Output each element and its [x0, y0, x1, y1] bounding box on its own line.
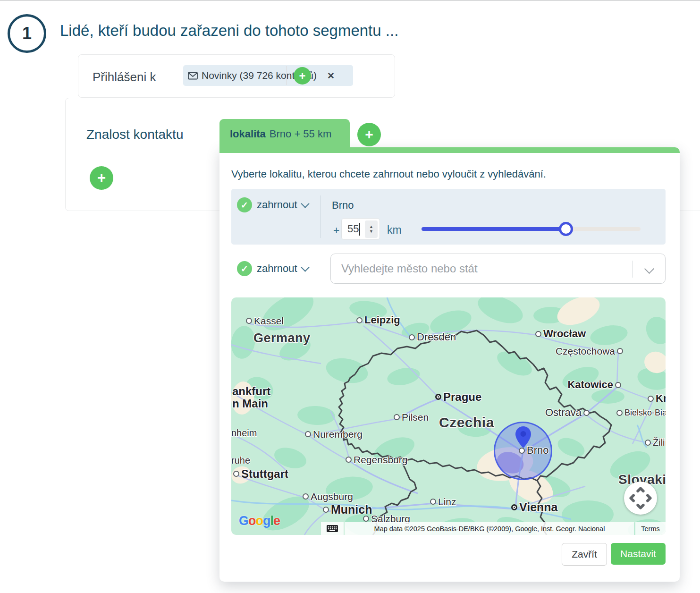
chevron-down-icon	[301, 199, 309, 208]
popup-instruction: Vyberte lokalitu, kterou chcete zahrnout…	[231, 168, 546, 180]
tag-add-divider	[286, 66, 287, 85]
check-circle-icon: ✓	[237, 261, 252, 276]
radius-prefix: +	[333, 224, 339, 237]
city-name: Wrocław	[543, 328, 586, 340]
map-label-bielsko-bia-a: Bielsko-Biała	[616, 408, 666, 418]
knowledge-label: Znalost kontaktu	[86, 127, 183, 142]
map-label-wroc-aw: Wrocław	[535, 328, 586, 340]
apply-button[interactable]: Nastavit	[611, 543, 666, 565]
remove-tag-icon[interactable]: ✕	[324, 69, 337, 82]
list-tag-novinky[interactable]: Novinky (39 726 kontaktů) ✕	[183, 65, 353, 86]
google-logo-letter: G	[239, 514, 248, 528]
radius-slider-thumb[interactable]	[559, 222, 573, 236]
city-name: Žilina	[653, 437, 666, 448]
text-caret	[359, 223, 360, 236]
map-label-ankfurt: ankfurt	[232, 385, 270, 398]
city-marker-icon	[616, 410, 623, 416]
map-label-vienna: Vienna	[511, 500, 558, 514]
city-name: Pilsen	[402, 412, 429, 423]
city-marker-icon	[583, 410, 590, 416]
city-name: ankfurt	[232, 385, 270, 398]
top-divider	[0, 0, 700, 1]
map-label-krak-w: Kraków	[648, 392, 666, 405]
map-label-pilsen: Pilsen	[394, 412, 429, 423]
city-marker-icon	[356, 317, 363, 323]
map-label-linz: Linz	[430, 496, 456, 508]
add-list-button[interactable]: +	[294, 67, 311, 85]
radius-input[interactable]: 55 ▲ ▼	[341, 218, 380, 240]
map-attribution-text: Map data ©2025 GeoBasis-DE/BKG (©2009), …	[345, 522, 634, 535]
include-mode-dropdown[interactable]: ✓ zahrnout	[237, 197, 308, 212]
stepper-up-icon[interactable]: ▲	[369, 224, 373, 229]
city-name: Prague	[443, 390, 481, 404]
map-label-stuttgart: Stuttgart	[233, 467, 288, 481]
add-condition-button[interactable]: +	[90, 166, 113, 190]
map-label-ostrava: Ostrava	[545, 407, 590, 419]
segment-builder-page: 1 Lidé, kteří budou zařazeni do tohoto s…	[0, 0, 700, 593]
city-marker-icon	[519, 448, 525, 454]
search-mode-dropdown[interactable]: ✓ zahrnout	[237, 261, 308, 276]
radius-stepper[interactable]: ▲ ▼	[365, 220, 378, 238]
search-mode-label: zahrnout	[257, 263, 297, 275]
map-label-brno: Brno	[519, 444, 548, 457]
google-logo-letter: e	[273, 514, 280, 528]
add-knowledge-tab-button[interactable]: +	[357, 123, 381, 146]
include-mode-label: zahrnout	[257, 199, 297, 211]
stepper-down-icon[interactable]: ▼	[369, 229, 373, 234]
city-marker-icon	[323, 507, 329, 513]
city-name: Augsburg	[311, 491, 353, 502]
city-marker-icon	[305, 431, 311, 437]
city-marker-icon	[645, 440, 651, 446]
selected-place-label: Brno	[332, 199, 354, 212]
map-label--ilina: Žilina	[645, 437, 666, 448]
city-name: n Main	[232, 397, 268, 410]
city-marker-icon	[233, 471, 239, 477]
check-circle-icon: ✓	[237, 197, 252, 212]
map-label-cz-stochowa: Częstochowa	[556, 346, 623, 357]
city-marker-icon	[346, 457, 352, 463]
map-terms-link[interactable]: Terms	[635, 522, 666, 535]
city-name: Częstochowa	[556, 346, 615, 357]
map-label-leipzig: Leipzig	[356, 314, 400, 326]
search-placeholder: Vyhledejte město nebo stát	[341, 262, 478, 275]
city-name: nheim	[231, 428, 257, 439]
tab-lokalita-type: lokalita	[230, 128, 266, 140]
location-popup: Vyberte lokalitu, kterou chcete zahrnout…	[219, 147, 680, 582]
include-box-divider	[320, 195, 321, 238]
city-name: Czechia	[439, 415, 494, 431]
city-marker-icon	[615, 382, 621, 388]
close-button[interactable]: Zavřít	[562, 543, 607, 566]
city-name: ruhe	[231, 455, 250, 466]
map-label-ruhe: ruhe	[231, 455, 250, 466]
location-search-input[interactable]: Vyhledejte město nebo stát	[330, 254, 666, 284]
map[interactable]: KasselGermanyLeipzigDresdenWrocławŁódźCz…	[231, 297, 666, 535]
map-label-regensburg: Regensburg	[346, 454, 407, 466]
city-name: Vienna	[519, 500, 558, 514]
map-label-n-main: n Main	[232, 397, 268, 410]
map-pan-control[interactable]	[624, 482, 657, 515]
map-label-prague: Prague	[435, 390, 481, 404]
page-title: Lidé, kteří budou zařazeni do tohoto seg…	[60, 22, 398, 40]
tab-lokalita-value: Brno + 55 km	[270, 128, 331, 140]
chevron-down-icon[interactable]	[644, 264, 654, 274]
map-label-nuremberg: Nuremberg	[305, 429, 363, 440]
radius-slider-fill	[422, 227, 566, 231]
google-logo[interactable]: Google	[239, 514, 280, 528]
step-number-badge: 1	[8, 14, 46, 53]
city-name: Leipzig	[364, 314, 400, 326]
radius-slider[interactable]	[422, 227, 641, 231]
city-marker-icon	[409, 334, 415, 340]
city-name: Katowice	[567, 379, 613, 391]
map-label-kassel: Kassel	[246, 315, 284, 327]
tab-lokalita[interactable]: lokalita Brno + 55 km	[219, 119, 350, 149]
city-name: Linz	[438, 496, 456, 508]
city-name: Nuremberg	[313, 429, 363, 440]
city-name: Bielsko-Biała	[624, 408, 666, 418]
envelope-icon	[188, 72, 198, 80]
city-marker-icon	[246, 318, 252, 324]
city-name: Ostrava	[545, 407, 582, 419]
city-name: Dresden	[417, 331, 456, 343]
map-label-germany: Germany	[253, 331, 311, 346]
keyboard-shortcuts-icon[interactable]	[321, 522, 344, 535]
map-label-czechia: Czechia	[439, 415, 494, 431]
